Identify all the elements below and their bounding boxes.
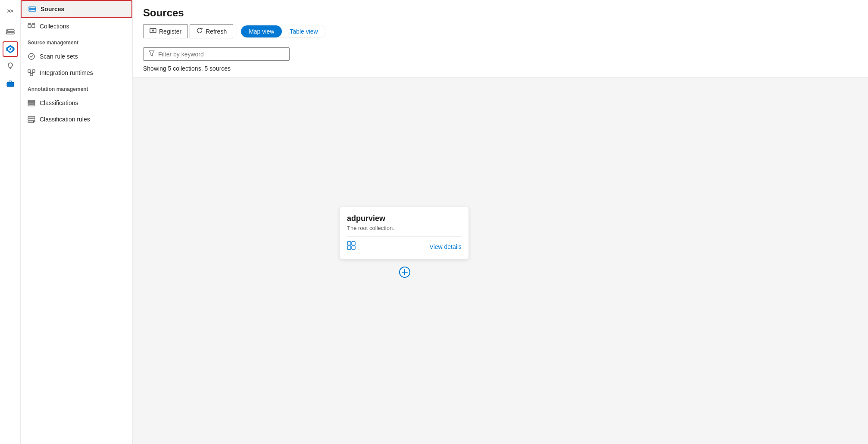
svg-line-21 — [31, 72, 34, 73]
svg-line-20 — [29, 72, 31, 73]
filter-input-wrap[interactable] — [143, 47, 290, 61]
refresh-label: Refresh — [206, 28, 227, 35]
svg-rect-38 — [352, 246, 355, 249]
sidebar-collections-label: Collections — [40, 23, 69, 30]
svg-rect-13 — [32, 25, 35, 28]
sidebar-item-classification-rules[interactable]: Classification rules — [21, 111, 132, 127]
toolbar-divider — [237, 26, 237, 37]
table-view-button[interactable]: Table view — [282, 25, 325, 37]
svg-rect-35 — [347, 242, 351, 245]
scan-rule-sets-icon — [28, 53, 35, 60]
source-management-section: Source management — [21, 34, 132, 48]
sidebar: Sources Collections Source management Sc… — [21, 0, 133, 444]
collections-icon — [28, 22, 35, 30]
node-card-footer: View details — [347, 236, 462, 252]
refresh-icon — [196, 27, 203, 35]
add-child-button[interactable] — [399, 266, 411, 280]
svg-rect-19 — [30, 73, 33, 76]
sidebar-classifications-label: Classifications — [40, 99, 78, 106]
sources-icon — [28, 5, 36, 13]
briefcase-icon[interactable] — [3, 76, 18, 91]
svg-rect-5 — [9, 68, 11, 69]
data-catalog-icon[interactable] — [3, 24, 18, 40]
sidebar-integration-runtimes-label: Integration runtimes — [40, 69, 93, 76]
sidebar-classification-rules-label: Classification rules — [40, 116, 90, 123]
view-toggle: Map view Table view — [240, 25, 326, 38]
register-label: Register — [159, 28, 181, 35]
showing-text: Showing 5 collections, 5 sources — [143, 65, 858, 72]
node-card-title: adpurview — [347, 214, 462, 223]
sidebar-item-scan-rule-sets[interactable]: Scan rule sets — [21, 48, 132, 65]
map-view-button[interactable]: Map view — [241, 25, 282, 37]
svg-point-3 — [9, 48, 11, 50]
svg-marker-34 — [149, 51, 154, 56]
map-area: adpurview The root collection. View deta… — [133, 78, 868, 444]
toolbar: Register Refresh Map view T — [143, 24, 858, 38]
svg-rect-26 — [28, 119, 35, 120]
page-title: Sources — [143, 7, 858, 19]
main-content: Sources Register — [133, 0, 868, 444]
sidebar-item-classifications[interactable]: Classifications — [21, 95, 132, 111]
svg-rect-23 — [28, 102, 35, 104]
page-header: Sources Register — [133, 0, 868, 42]
node-card-subtitle: The root collection. — [347, 225, 462, 231]
svg-rect-12 — [28, 25, 31, 28]
node-grid-icon — [347, 241, 356, 252]
svg-rect-1 — [6, 32, 14, 34]
sidebar-item-collections[interactable]: Collections — [21, 18, 132, 34]
icon-rail: >> — [0, 0, 21, 444]
svg-rect-7 — [7, 82, 14, 87]
register-icon — [150, 27, 156, 35]
svg-point-10 — [30, 7, 31, 8]
classification-rules-icon — [28, 115, 35, 123]
view-details-link[interactable]: View details — [430, 243, 462, 250]
svg-rect-17 — [28, 70, 31, 72]
filter-input[interactable] — [158, 51, 284, 58]
register-button[interactable]: Register — [143, 24, 188, 38]
sidebar-sources-label: Sources — [41, 6, 64, 12]
refresh-button[interactable]: Refresh — [190, 24, 233, 38]
classifications-icon — [28, 99, 35, 107]
annotation-management-section: Annotation management — [21, 81, 132, 95]
svg-rect-18 — [32, 70, 35, 72]
integration-runtimes-icon — [28, 69, 35, 77]
sidebar-scan-rule-sets-label: Scan rule sets — [40, 53, 78, 60]
filter-bar: Showing 5 collections, 5 sources — [133, 42, 868, 78]
svg-rect-37 — [347, 246, 351, 249]
expand-rail-button[interactable]: >> — [3, 3, 18, 19]
node-card: adpurview The root collection. View deta… — [340, 207, 469, 259]
svg-rect-4 — [9, 68, 11, 68]
sidebar-item-sources[interactable]: Sources — [21, 0, 132, 18]
svg-rect-36 — [352, 242, 355, 245]
lightbulb-icon[interactable] — [3, 59, 18, 74]
filter-icon — [149, 50, 155, 58]
svg-point-11 — [30, 10, 31, 11]
svg-rect-25 — [28, 117, 35, 118]
svg-rect-24 — [28, 105, 35, 106]
purview-icon[interactable] — [3, 41, 18, 57]
sidebar-item-integration-runtimes[interactable]: Integration runtimes — [21, 65, 132, 81]
svg-rect-22 — [28, 100, 35, 102]
